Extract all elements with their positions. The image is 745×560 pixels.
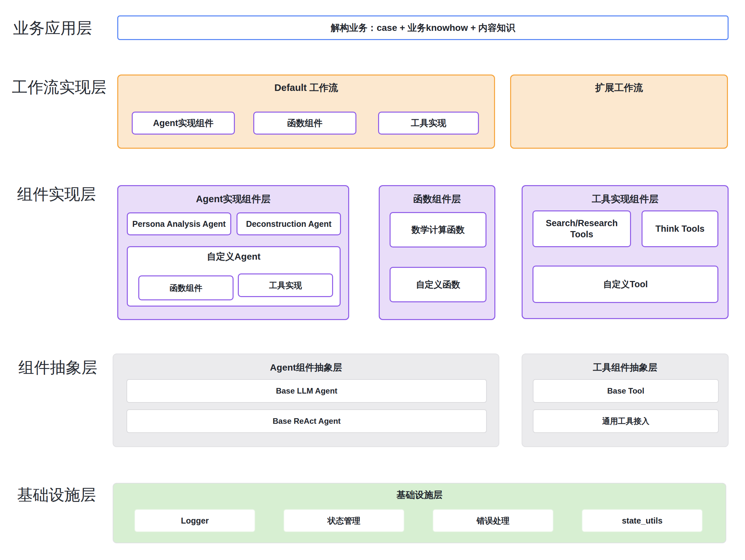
- agent-abstraction-box: Agent组件抽象层 Base LLM Agent Base ReAct Age…: [113, 353, 499, 447]
- layer-label-abstraction: 组件抽象层: [19, 358, 97, 377]
- business-box: 解构业务：case + 业务knowhow + 内容知识: [117, 15, 728, 40]
- tool-impl-layer-title: 工具实现组件层: [523, 193, 727, 205]
- pill-error-handling: 错误处理: [432, 509, 553, 532]
- business-box-text: 解构业务：case + 业务knowhow + 内容知识: [331, 22, 515, 34]
- pill-custom-agent-function-component: 函数组件: [138, 275, 233, 300]
- agent-impl-layer-box: Agent实现组件层 Persona Analysis Agent Decons…: [117, 185, 349, 320]
- infrastructure-title: 基础设施层: [113, 489, 725, 500]
- tool-abstraction-title: 工具组件抽象层: [522, 362, 728, 373]
- custom-agent-title: 自定义Agent: [128, 251, 339, 262]
- agent-abstraction-title: Agent组件抽象层: [113, 362, 499, 373]
- layer-label-business: 业务应用层: [13, 19, 92, 37]
- agent-impl-layer-title: Agent实现组件层: [118, 193, 348, 205]
- architecture-diagram: 业务应用层 工作流实现层 组件实现层 组件抽象层 基础设施层 解构业务：case…: [0, 0, 745, 560]
- pill-custom-tool: 自定义Tool: [532, 266, 718, 303]
- custom-agent-box: 自定义Agent 函数组件 工具实现: [127, 246, 341, 307]
- pill-logger: Logger: [134, 509, 255, 532]
- default-workflow-box: Default 工作流 Agent实现组件 函数组件 工具实现: [117, 74, 495, 149]
- tool-impl-layer-box: 工具实现组件层 Search/Research Tools Think Tool…: [522, 185, 728, 319]
- default-workflow-title: Default 工作流: [118, 82, 494, 93]
- pill-state-management: 状态管理: [284, 509, 404, 532]
- pill-think-tools: Think Tools: [642, 210, 718, 247]
- layer-label-component-impl: 组件实现层: [17, 185, 96, 204]
- pill-agent-impl-component: Agent实现组件: [132, 112, 235, 135]
- function-layer-title: 函数组件层: [380, 193, 494, 205]
- extended-workflow-title: 扩展工作流: [511, 82, 727, 93]
- layer-label-workflow: 工作流实现层: [12, 78, 106, 97]
- infrastructure-box: 基础设施层 Logger 状态管理 错误处理 state_utils: [113, 483, 726, 543]
- pill-custom-function: 自定义函数: [390, 267, 486, 302]
- pill-function-component: 函数组件: [253, 112, 356, 135]
- pill-generic-tool-access: 通用工具接入: [533, 409, 719, 433]
- pill-math-function: 数学计算函数: [390, 212, 486, 247]
- extended-workflow-box: 扩展工作流: [510, 74, 728, 149]
- pill-base-react-agent: Base ReAct Agent: [126, 409, 487, 433]
- pill-deconstruction-agent: Deconstruction Agent: [236, 212, 341, 235]
- pill-search-research-tools: Search/Research Tools: [532, 210, 631, 247]
- pill-base-llm-agent: Base LLM Agent: [126, 379, 487, 403]
- pill-tool-impl: 工具实现: [378, 112, 479, 135]
- tool-abstraction-box: 工具组件抽象层 Base Tool 通用工具接入: [522, 353, 728, 447]
- function-layer-box: 函数组件层 数学计算函数 自定义函数: [379, 185, 495, 320]
- pill-custom-agent-tool-impl: 工具实现: [238, 273, 333, 297]
- pill-state-utils: state_utils: [582, 509, 703, 532]
- pill-base-tool: Base Tool: [533, 379, 719, 403]
- layer-label-infrastructure: 基础设施层: [17, 486, 96, 504]
- pill-persona-analysis-agent: Persona Analysis Agent: [127, 212, 231, 235]
